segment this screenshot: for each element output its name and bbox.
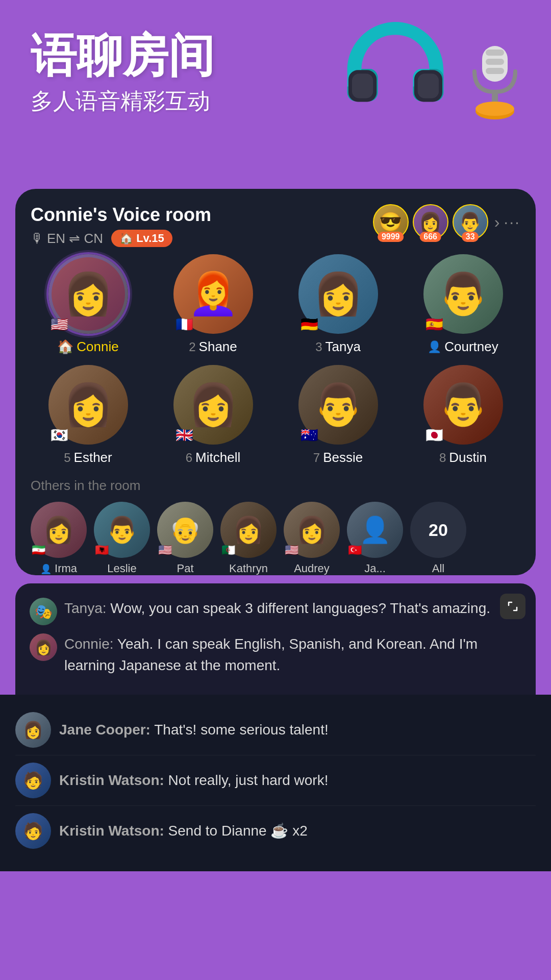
header-more-icon[interactable]: ›: [494, 213, 500, 232]
hero-section: 语聊房间 多人语音精彩互动: [0, 0, 551, 189]
speaker-name-esther: 5 Esther: [64, 450, 112, 465]
speakers-grid: 👩 🇺🇸 🏠 Connie 👩‍🦰 🇫🇷 2 Shane 👩: [31, 254, 520, 465]
svg-rect-7: [486, 68, 504, 74]
chat-text-tanya: Tanya: Wow, you can speak 3 different la…: [64, 598, 521, 619]
bottom-text-kristin-1: Kristin Watson: Not really, just hard wo…: [59, 770, 328, 790]
others-section: Others in the room 👩 🇮🇷 👤 Irma 👨 🇦🇱 Lesl…: [31, 478, 520, 575]
chat-message-connie: 👩 Connie: Yeah. I can speak English, Spa…: [30, 633, 521, 676]
flag-esther: 🇰🇷: [51, 428, 68, 443]
svg-rect-6: [486, 59, 504, 65]
speaker-tanya[interactable]: 👩 🇩🇪 3 Tanya: [281, 254, 395, 355]
speaker-avatar-esther: 👩 🇰🇷: [48, 365, 128, 445]
flag-shane: 🇫🇷: [176, 317, 193, 332]
other-irma[interactable]: 👩 🇮🇷 👤 Irma: [31, 502, 87, 575]
header-avatar-2[interactable]: 👩 666: [413, 204, 448, 240]
bottom-msg-kristin-1: 🧑 Kristin Watson: Not really, just hard …: [15, 755, 536, 806]
speaker-dustin[interactable]: 👨 🇯🇵 8 Dustin: [406, 365, 520, 465]
speaker-avatar-dustin: 👨 🇯🇵: [423, 365, 503, 445]
other-icon-irma: 👤: [40, 564, 52, 574]
speaker-avatar-tanya: 👩 🇩🇪: [298, 254, 378, 334]
other-name-irma: 👤 Irma: [40, 562, 77, 575]
chat-message-tanya: 🎭 Tanya: Wow, you can speak 3 different …: [30, 598, 521, 625]
others-label: Others in the room: [31, 478, 520, 494]
svg-rect-2: [352, 74, 373, 98]
other-audrey[interactable]: 👩 🇺🇸 Audrey: [284, 502, 340, 575]
viewer-count-2: 666: [419, 232, 441, 242]
flag-dustin: 🇯🇵: [425, 428, 443, 443]
speaker-mitchell[interactable]: 👩 🇬🇧 6 Mitchell: [156, 365, 270, 465]
other-flag-leslie: 🇦🇱: [95, 544, 109, 557]
chat-avatar-tanya: 🎭: [30, 598, 57, 625]
bottom-messages: 👩 Jane Cooper: That's! some serious tale…: [0, 695, 551, 871]
header-menu-dots[interactable]: ···: [504, 213, 520, 232]
bottom-text-jane: Jane Cooper: That's! some serious talent…: [59, 720, 329, 740]
headphones-icon: [337, 10, 454, 128]
other-flag-pat: 🇺🇸: [158, 544, 172, 557]
chat-avatar-connie: 👩: [30, 633, 57, 661]
other-pat[interactable]: 👴 🇺🇸 Pat: [157, 502, 213, 575]
speaker-name-mitchell: 6 Mitchell: [186, 450, 241, 465]
chat-text-connie: Connie: Yeah. I can speak English, Spani…: [64, 633, 521, 676]
other-avatar-ja: 👤 🇹🇷: [347, 502, 403, 558]
other-all[interactable]: 20 All: [410, 502, 466, 575]
host-icon: 🏠: [57, 339, 73, 355]
speaker-avatar-courtney: 👨 🇪🇸: [423, 254, 503, 334]
speaker-avatar-mitchell: 👩 🇬🇧: [173, 365, 253, 445]
mic-small-icon: 🎙: [31, 231, 44, 247]
svg-point-10: [475, 102, 514, 116]
bottom-text-kristin-2: Kristin Watson: Send to Dianne ☕ x2: [59, 821, 308, 841]
other-name-leslie: Leslie: [107, 562, 136, 575]
room-header-avatars: 😎 9999 👩 666 👨 33 › ···: [373, 204, 520, 240]
hero-icons: [337, 10, 531, 128]
other-flag-kathryn: 🇩🇿: [221, 544, 235, 557]
other-name-kathryn: Kathryn: [229, 562, 268, 575]
other-avatar-pat: 👴 🇺🇸: [157, 502, 213, 558]
speaker-avatar-shane: 👩‍🦰 🇫🇷: [173, 254, 253, 334]
other-name-ja: Ja...: [364, 562, 386, 575]
chat-overlay: 🎭 Tanya: Wow, you can speak 3 different …: [15, 583, 536, 695]
speaker-shane[interactable]: 👩‍🦰 🇫🇷 2 Shane: [156, 254, 270, 355]
viewer-count-3: 33: [462, 232, 479, 242]
microphone-icon: [459, 41, 531, 122]
user-icon: 👤: [428, 340, 441, 354]
speaker-name-tanya: 3 Tanya: [315, 339, 361, 355]
bottom-avatar-kristin-2: 🧑: [15, 813, 51, 849]
other-avatar-irma: 👩 🇮🇷: [31, 502, 87, 558]
other-name-pat: Pat: [177, 562, 193, 575]
header-avatar-3[interactable]: 👨 33: [453, 204, 488, 240]
chat-expand-button[interactable]: [500, 594, 525, 619]
speaker-courtney[interactable]: 👨 🇪🇸 👤 Courtney: [406, 254, 520, 355]
other-avatar-audrey: 👩 🇺🇸: [284, 502, 340, 558]
flag-tanya: 🇩🇪: [300, 317, 318, 332]
other-kathryn[interactable]: 👩 🇩🇿 Kathryn: [220, 502, 277, 575]
speaker-name-shane: 2 Shane: [189, 339, 237, 355]
other-avatar-leslie: 👨 🇦🇱: [94, 502, 150, 558]
other-ja[interactable]: 👤 🇹🇷 Ja...: [347, 502, 403, 575]
level-icon: 🏠: [119, 232, 133, 245]
other-all-label: All: [432, 562, 444, 575]
speaker-avatar-connie: 👩 🇺🇸: [48, 254, 128, 334]
flag-mitchell: 🇬🇧: [176, 428, 193, 443]
speaker-name-courtney: 👤 Courtney: [428, 339, 498, 355]
room-title: Connie's Voice room: [31, 204, 211, 226]
flag-bessie: 🇦🇺: [300, 428, 318, 443]
room-lang: 🎙 EN ⇌ CN: [31, 231, 103, 247]
other-avatar-kathryn: 👩 🇩🇿: [220, 502, 277, 558]
svg-rect-5: [486, 50, 504, 56]
speaker-esther[interactable]: 👩 🇰🇷 5 Esther: [31, 365, 145, 465]
room-header: Connie's Voice room 🎙 EN ⇌ CN 🏠 Lv.15 😎 …: [31, 204, 520, 247]
other-leslie[interactable]: 👨 🇦🇱 Leslie: [94, 502, 150, 575]
speaker-name-dustin: 8 Dustin: [439, 450, 487, 465]
all-badge: 20: [410, 502, 466, 558]
speaker-bessie[interactable]: 👨 🇦🇺 7 Bessie: [281, 365, 395, 465]
other-flag-ja: 🇹🇷: [348, 544, 362, 557]
bottom-msg-kristin-2: 🧑 Kristin Watson: Send to Dianne ☕ x2: [15, 806, 536, 856]
speaker-avatar-bessie: 👨 🇦🇺: [298, 365, 378, 445]
flag-courtney: 🇪🇸: [425, 317, 443, 332]
viewer-count-1: 9999: [378, 232, 404, 242]
room-info: Connie's Voice room 🎙 EN ⇌ CN 🏠 Lv.15: [31, 204, 211, 247]
speaker-name-connie: 🏠 Connie: [57, 339, 118, 355]
other-name-audrey: Audrey: [294, 562, 330, 575]
speaker-connie[interactable]: 👩 🇺🇸 🏠 Connie: [31, 254, 145, 355]
header-avatar-1[interactable]: 😎 9999: [373, 204, 409, 240]
